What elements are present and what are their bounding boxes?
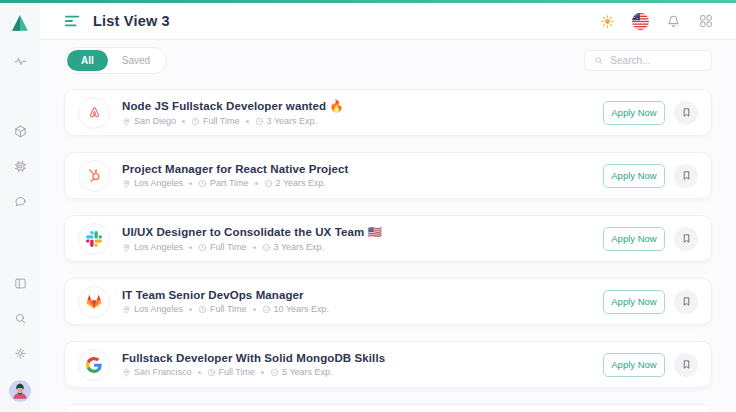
search-box[interactable] xyxy=(584,50,712,71)
cpu-icon[interactable] xyxy=(12,158,28,174)
job-type-text: Part Time xyxy=(210,178,249,188)
job-title: Fullstack Developer With Solid MongoDB S… xyxy=(122,352,385,364)
job-type-text: Full Time xyxy=(203,116,240,126)
job-meta: Los Angeles Part Time 2 Years Exp. xyxy=(122,178,348,188)
job-employment-type: Full Time xyxy=(207,367,256,377)
bookmark-button[interactable] xyxy=(674,164,698,188)
app-logo[interactable] xyxy=(9,12,31,34)
bookmark-button[interactable] xyxy=(674,290,698,314)
job-location-text: San Francisco xyxy=(134,367,192,377)
clock-icon xyxy=(191,117,200,126)
job-experience: 5 Years Exp. xyxy=(270,367,333,377)
gitlab-logo xyxy=(78,286,110,318)
chat-icon[interactable] xyxy=(12,193,28,209)
job-info: IT Team Senior DevOps Manager Los Angele… xyxy=(122,289,329,314)
clock-icon xyxy=(198,305,207,314)
meta-separator xyxy=(246,120,249,123)
apply-now-button[interactable]: Apply Now xyxy=(603,353,665,377)
bookmark-button[interactable] xyxy=(674,353,698,377)
apps-grid-icon[interactable] xyxy=(697,12,715,30)
job-location: Los Angeles xyxy=(122,178,183,188)
job-experience-text: 10 Years Exp. xyxy=(274,304,330,314)
search-input[interactable] xyxy=(610,55,702,66)
job-location-text: San Diego xyxy=(134,116,176,126)
sidebar xyxy=(0,3,40,412)
job-card: UI/UX Designer to Consolidate the UX Tea… xyxy=(64,215,712,262)
meta-separator xyxy=(261,371,264,374)
clock-icon xyxy=(198,179,207,188)
clock-icon xyxy=(198,243,207,252)
experience-check-icon xyxy=(264,179,273,188)
tab-saved[interactable]: Saved xyxy=(108,50,164,71)
job-info: Project Manager for React Native Project… xyxy=(122,163,348,188)
hubspot-logo xyxy=(78,160,110,192)
layout-icon[interactable] xyxy=(12,275,28,291)
sidebar-bottom xyxy=(9,275,31,402)
job-info: Node JS Fullstack Developer wanted 🔥 San… xyxy=(122,99,344,126)
apply-now-button[interactable]: Apply Now xyxy=(603,101,665,125)
job-experience: 3 Years Exp. xyxy=(255,116,318,126)
settings-gear-icon[interactable] xyxy=(12,345,28,361)
job-location-text: Los Angeles xyxy=(134,178,183,188)
toolbar: All Saved xyxy=(64,47,712,74)
hamburger-icon[interactable] xyxy=(64,13,82,29)
job-meta: Los Angeles Full Time 10 Years Exp. xyxy=(122,304,329,314)
job-type-text: Full Time xyxy=(210,242,247,252)
top-accent-bar xyxy=(0,0,736,3)
bookmark-icon xyxy=(681,107,692,118)
bookmark-icon xyxy=(681,170,692,181)
job-location: San Francisco xyxy=(122,367,192,377)
job-type-text: Full Time xyxy=(219,367,256,377)
cube-icon[interactable] xyxy=(12,123,28,139)
airbnb-logo xyxy=(78,97,110,129)
us-flag-icon[interactable] xyxy=(631,12,649,30)
job-location: Los Angeles xyxy=(122,242,183,252)
location-pin-icon xyxy=(122,179,131,188)
meta-separator xyxy=(253,246,256,249)
sidebar-nav xyxy=(12,53,28,209)
job-list: Node JS Fullstack Developer wanted 🔥 San… xyxy=(64,89,712,412)
job-experience-text: 5 Years Exp. xyxy=(282,367,333,377)
job-info: Fullstack Developer With Solid MongoDB S… xyxy=(122,352,385,377)
job-info: UI/UX Designer to Consolidate the UX Tea… xyxy=(122,225,382,252)
meta-separator xyxy=(198,371,201,374)
job-title: IT Team Senior DevOps Manager xyxy=(122,289,329,301)
bookmark-icon xyxy=(681,359,692,370)
bell-icon[interactable] xyxy=(664,12,682,30)
apply-now-button[interactable]: Apply Now xyxy=(603,290,665,314)
job-card: Fullstack Developer With Solid MongoDB S… xyxy=(64,341,712,388)
bookmark-icon xyxy=(681,296,692,307)
user-avatar[interactable] xyxy=(9,380,31,402)
clock-icon xyxy=(207,368,216,377)
experience-check-icon xyxy=(262,243,271,252)
job-location-text: Los Angeles xyxy=(134,242,183,252)
bookmark-button[interactable] xyxy=(674,101,698,125)
job-experience-text: 3 Years Exp. xyxy=(267,116,318,126)
job-card-partial: Apply Now xyxy=(64,404,712,412)
bookmark-icon xyxy=(681,233,692,244)
job-location-text: Los Angeles xyxy=(134,304,183,314)
job-meta: San Diego Full Time 3 Years Exp. xyxy=(122,116,344,126)
slack-logo xyxy=(78,223,110,255)
bookmark-button[interactable] xyxy=(674,227,698,251)
job-type-text: Full Time xyxy=(210,304,247,314)
meta-separator xyxy=(182,120,185,123)
job-employment-type: Full Time xyxy=(198,304,247,314)
meta-separator xyxy=(189,182,192,185)
job-location: San Diego xyxy=(122,116,176,126)
dashboard-grid-icon[interactable] xyxy=(12,88,28,104)
apply-now-button[interactable]: Apply Now xyxy=(603,164,665,188)
sun-icon[interactable] xyxy=(598,12,616,30)
job-card: IT Team Senior DevOps Manager Los Angele… xyxy=(64,278,712,325)
location-pin-icon xyxy=(122,305,131,314)
job-experience: 3 Years Exp. xyxy=(262,242,325,252)
job-card: Project Manager for React Native Project… xyxy=(64,152,712,199)
tab-all[interactable]: All xyxy=(67,50,108,71)
experience-check-icon xyxy=(255,117,264,126)
search-icon[interactable] xyxy=(12,310,28,326)
activity-icon[interactable] xyxy=(12,53,28,69)
meta-separator xyxy=(189,308,192,311)
job-experience-text: 3 Years Exp. xyxy=(274,242,325,252)
apply-now-button[interactable]: Apply Now xyxy=(603,227,665,251)
job-title: Project Manager for React Native Project xyxy=(122,163,348,175)
